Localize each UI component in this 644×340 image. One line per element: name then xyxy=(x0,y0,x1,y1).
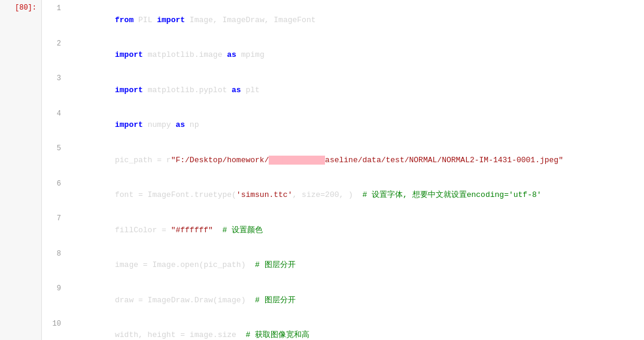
input-prompt: [80]: xyxy=(0,0,42,340)
code-line: 3 import matplotlib.pyplot as plt xyxy=(47,72,639,108)
notebook-container: [80]: 1 from PIL import Image, ImageDraw… xyxy=(0,0,644,340)
code-cell: [80]: 1 from PIL import Image, ImageDraw… xyxy=(0,0,644,340)
code-line: 9 draw = ImageDraw.Draw(image) # 图层分开 xyxy=(47,283,639,318)
code-line: 2 import matplotlib.image as mpimg xyxy=(47,38,639,73)
code-line: 8 image = Image.open(pic_path) # 图层分开 xyxy=(47,248,639,283)
code-line: 4 import numpy as np xyxy=(47,108,639,143)
code-line: 7 fillColor = "#ffffff" # 设置颜色 xyxy=(47,212,639,248)
code-line: 5 pic_path = r"F:/Desktop/homework/█████… xyxy=(47,142,639,178)
code-line: 1 from PIL import Image, ImageDraw, Imag… xyxy=(47,2,639,38)
code-content[interactable]: 1 from PIL import Image, ImageDraw, Imag… xyxy=(42,0,644,340)
code-line: 6 font = ImageFont.truetype('simsun.ttc'… xyxy=(47,178,639,213)
code-line: 10 width, height = image.size # 获取图像宽和高 xyxy=(47,318,639,341)
